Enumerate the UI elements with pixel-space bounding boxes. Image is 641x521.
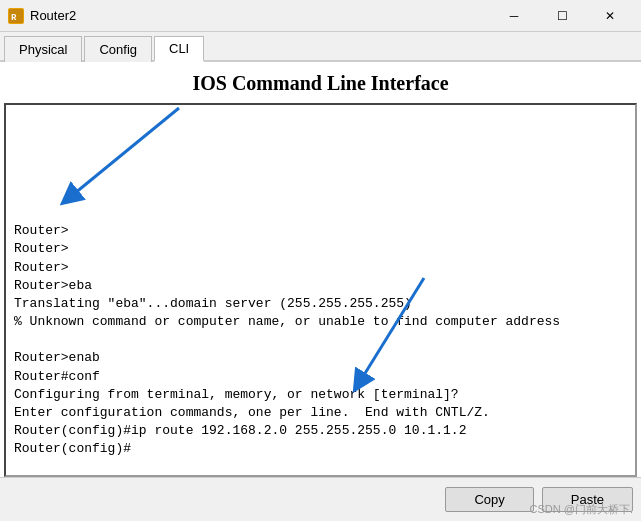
svg-text:R: R: [11, 13, 17, 23]
main-area: IOS Command Line Interface Router> Route…: [0, 62, 641, 521]
window-title: Router2: [30, 8, 491, 23]
app-icon: R: [8, 8, 24, 24]
tab-config[interactable]: Config: [84, 36, 152, 62]
close-button[interactable]: ✕: [587, 2, 633, 30]
terminal-outer: Router> Router> Router> Router>eba Trans…: [0, 103, 641, 477]
terminal-scroll[interactable]: Router> Router> Router> Router>eba Trans…: [4, 103, 637, 477]
copy-button[interactable]: Copy: [445, 487, 533, 512]
tab-cli[interactable]: CLI: [154, 36, 204, 62]
page-heading: IOS Command Line Interface: [0, 62, 641, 103]
watermark: CSDN @门前大桥下.: [530, 502, 633, 517]
tab-bar: Physical Config CLI: [0, 32, 641, 62]
tab-physical[interactable]: Physical: [4, 36, 82, 62]
maximize-button[interactable]: ☐: [539, 2, 585, 30]
window-controls: ─ ☐ ✕: [491, 2, 633, 30]
minimize-button[interactable]: ─: [491, 2, 537, 30]
title-bar: R Router2 ─ ☐ ✕: [0, 0, 641, 32]
terminal-content: Router> Router> Router> Router>eba Trans…: [14, 113, 629, 459]
